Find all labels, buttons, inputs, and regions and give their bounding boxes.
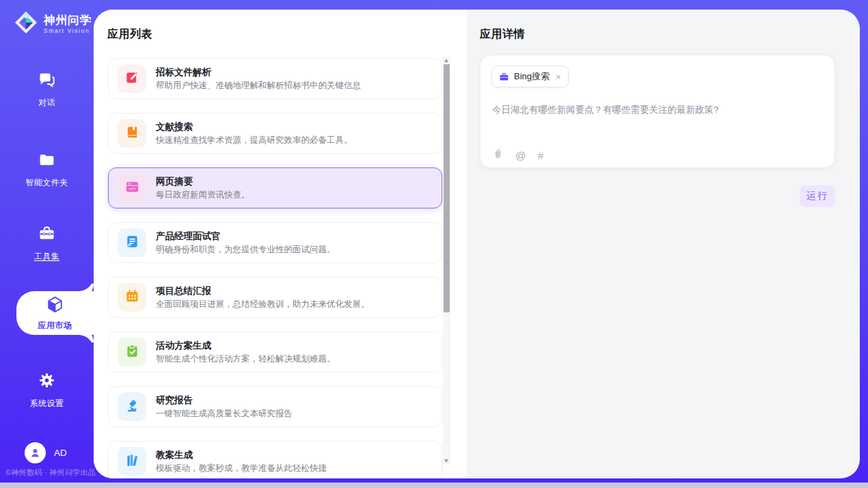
sidebar-item-3[interactable]: 工具集 [0, 224, 94, 262]
user-name: AD [54, 448, 67, 458]
svg-text:</>: </> [128, 186, 136, 190]
app-card-desc: 帮助用户快速、准确地理解和解析招标书中的关键信息 [156, 81, 361, 90]
list-scrollbar[interactable] [443, 57, 450, 465]
app-card-title: 文献搜索 [156, 122, 353, 132]
sidebar-item-1[interactable]: 对话 [0, 70, 94, 109]
app-card[interactable]: 产品经理面试官明确身份和职责，为您提供专业性的面试问题。 [108, 222, 442, 263]
app-tile [118, 64, 146, 93]
sidebar-item-label: 系统设置 [30, 398, 64, 409]
app-card[interactable]: 文献搜索快速精准查找学术资源，提高研究效率的必备工具。 [108, 113, 442, 154]
editor-toolbar: @ # [492, 148, 543, 163]
chat-icon [38, 70, 56, 92]
app-card-title: 活动方案生成 [156, 341, 336, 351]
doc-edit-icon [124, 70, 140, 88]
toolbox-icon [38, 224, 56, 245]
run-button[interactable]: 运行 [800, 185, 835, 207]
brand-logo: 神州问学 Smart Vision [12, 9, 92, 39]
calendar-icon [124, 288, 140, 307]
app-card-title: 研究报告 [156, 396, 293, 405]
app-tile [118, 338, 146, 366]
app-card-desc: 一键智能生成高质量长文本研究报告 [156, 409, 293, 418]
tool-chip-label: Bing搜索 [514, 70, 550, 83]
tool-chip-bing-search[interactable]: Bing搜索 × [491, 66, 569, 87]
prompt-editor-card: Bing搜索 × 今日湖北有哪些新闻要点？有哪些需要关注的最新政策? @ # [480, 55, 835, 168]
question-input[interactable]: 今日湖北有哪些新闻要点？有哪些需要关注的最新政策? [492, 103, 824, 117]
content-shell: 应用列表 招标文件解析帮助用户快速、准确地理解和解析招标书中的关键信息 文献搜索… [94, 10, 860, 478]
app-card-desc: 每日政府新闻资讯快查。 [156, 191, 250, 200]
folder-icon [38, 150, 56, 172]
app-tile [118, 119, 146, 148]
app-card-title: 项目总结汇报 [156, 286, 370, 296]
sidebar-item-5[interactable]: 系统设置 [0, 371, 94, 409]
book-icon [124, 124, 140, 143]
app-card-desc: 全面回顾项目进展，总结经验教训，助力未来优化发展。 [156, 300, 370, 309]
sidebar-item-label: 对话 [38, 97, 55, 109]
app-card-desc: 智能生成个性化活动方案，轻松解决规划难题。 [156, 355, 336, 364]
app-tile: </> [118, 174, 146, 202]
briefcase-icon [499, 72, 509, 82]
resume-icon [124, 234, 140, 252]
app-card-title: 网页摘要 [156, 177, 250, 187]
books-icon [124, 452, 140, 471]
app-list-title: 应用列表 [107, 27, 152, 42]
sidebar: 神州问学 Smart Vision 对话 智能文件夹 工具集 应用市场 系统设置 [0, 0, 94, 483]
chip-close-icon[interactable]: × [556, 72, 561, 81]
app-card[interactable]: 活动方案生成智能生成个性化活动方案，轻松解决规划难题。 [108, 331, 442, 372]
sidebar-item-label: 智能文件夹 [25, 177, 68, 189]
brand-subtitle: Smart Vision [44, 27, 92, 34]
app-card[interactable]: 项目总结汇报全面回顾项目进展，总结经验教训，助力未来优化发展。 [108, 277, 442, 318]
app-card-title: 产品经理面试官 [156, 232, 336, 241]
app-detail-title: 应用详情 [480, 27, 525, 42]
mention-icon[interactable]: @ [515, 150, 526, 161]
hashtag-icon[interactable]: # [538, 150, 544, 161]
app-tile [118, 283, 146, 312]
avatar [25, 442, 46, 463]
scrollbar-up-icon[interactable] [444, 59, 448, 62]
app-tile [118, 447, 146, 476]
app-list-panel: 应用列表 招标文件解析帮助用户快速、准确地理解和解析招标书中的关键信息 文献搜索… [94, 10, 467, 478]
app-card[interactable]: 招标文件解析帮助用户快速、准确地理解和解析招标书中的关键信息 [108, 58, 442, 99]
sidebar-footer: ©神州数码 · 神州问学出品 [5, 467, 96, 478]
app-tile [118, 228, 146, 257]
sidebar-item-label: 应用市场 [38, 320, 72, 331]
app-card[interactable]: 教案生成模板驱动，教案秒成，教学准备从此轻松快捷 [108, 441, 442, 478]
browser-code-icon: </> [124, 179, 140, 198]
app-card-title: 教案生成 [156, 450, 327, 460]
scrollbar-thumb[interactable] [444, 64, 450, 312]
brand-name: 神州问学 [44, 14, 92, 26]
paperclip-icon[interactable] [492, 148, 504, 163]
sidebar-item-2[interactable]: 智能文件夹 [0, 150, 94, 189]
app-tile [118, 392, 146, 421]
cube-icon [46, 295, 64, 316]
sidebar-item-label: 工具集 [34, 251, 60, 262]
app-card-desc: 明确身份和职责，为您提供专业性的面试问题。 [156, 245, 336, 254]
sidebar-item-4[interactable]: 应用市场 [16, 291, 94, 335]
user-account[interactable]: AD [25, 442, 67, 463]
diamond-logo-icon [12, 9, 40, 39]
app-card-title: 招标文件解析 [156, 68, 361, 77]
app-card[interactable]: </> 网页摘要每日政府新闻资讯快查。 [108, 167, 442, 208]
gear-icon [38, 371, 56, 392]
app-card-desc: 模板驱动，教案秒成，教学准备从此轻松快捷 [156, 464, 327, 473]
scrollbar-down-icon[interactable] [444, 459, 448, 463]
microscope-icon [124, 398, 140, 416]
app-card[interactable]: 研究报告一键智能生成高质量长文本研究报告 [108, 386, 442, 427]
person-icon [29, 446, 42, 459]
clipboard-check-icon [124, 343, 140, 362]
app-card-desc: 快速精准查找学术资源，提高研究效率的必备工具。 [156, 136, 353, 145]
app-card-list: 招标文件解析帮助用户快速、准确地理解和解析招标书中的关键信息 文献搜索快速精准查… [108, 58, 442, 478]
app-window: 神州问学 Smart Vision 对话 智能文件夹 工具集 应用市场 系统设置 [0, 0, 868, 483]
app-detail-panel: 应用详情 Bing搜索 × 今日湖北有哪些新闻要点？有哪些需要关注的最新政策? [467, 10, 860, 478]
